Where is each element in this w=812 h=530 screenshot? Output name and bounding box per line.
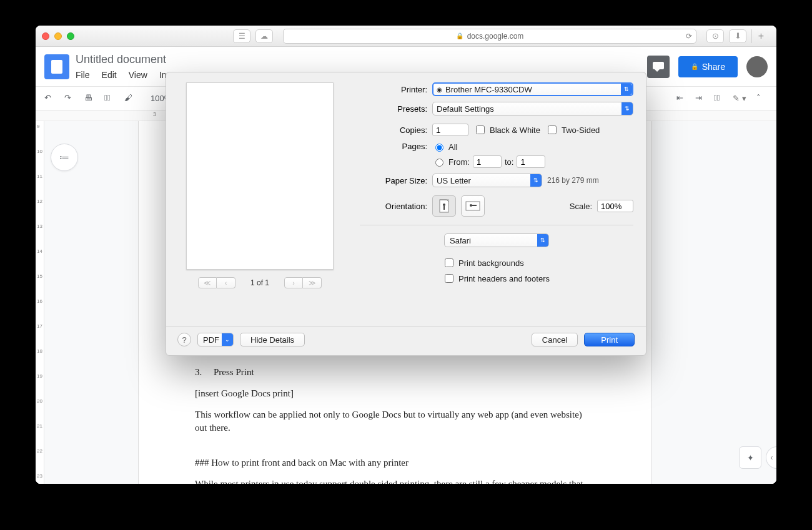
orientation-landscape-button[interactable] xyxy=(461,195,485,217)
svg-rect-2 xyxy=(443,206,445,210)
pages-to-input[interactable] xyxy=(517,155,545,168)
presets-select[interactable]: Default Settings ⇅ xyxy=(432,102,633,115)
print-preview-nav: ≪ ‹ 1 of 1 › ≫ xyxy=(198,277,322,288)
window-controls xyxy=(42,32,74,40)
scale-input[interactable] xyxy=(597,200,633,212)
presets-label: Presets: xyxy=(360,104,427,114)
printer-label: Printer: xyxy=(360,85,427,94)
address-bar[interactable]: 🔒 docs.google.com ⟳ xyxy=(283,29,696,44)
dropdown-arrow-icon: ⇅ xyxy=(621,84,632,95)
print-dialog: ≪ ‹ 1 of 1 › ≫ Printer: ◉ xyxy=(166,72,646,356)
google-docs-app: Untitled document File Edit View Ins 🔒 S… xyxy=(36,47,776,484)
share-label: Share xyxy=(702,62,725,72)
printer-value: Brother MFC-9330CDW xyxy=(445,85,532,94)
paper-dimensions: 216 by 279 mm xyxy=(547,176,599,185)
scale-label: Scale: xyxy=(570,202,592,211)
paper-size-select[interactable]: US Letter ⇅ xyxy=(432,174,542,187)
pages-from-input[interactable] xyxy=(473,155,502,168)
print-preview-page xyxy=(186,82,334,270)
doc-paragraph: [insert Google Docs print] xyxy=(195,387,595,401)
address-text: docs.google.com xyxy=(467,32,524,41)
paint-format-icon[interactable]: 🖌 xyxy=(124,93,136,104)
help-button[interactable]: ? xyxy=(177,333,191,346)
copies-label: Copies: xyxy=(360,125,427,135)
lock-icon: 🔒 xyxy=(691,63,698,70)
safari-extension-button[interactable]: ☰ xyxy=(233,29,250,43)
printer-select[interactable]: ◉ Brother MFC-9330CDW ⇅ xyxy=(432,82,633,96)
document-title[interactable]: Untitled document xyxy=(76,53,171,66)
explore-button[interactable]: ✦ xyxy=(739,446,761,469)
document-outline-button[interactable]: ≔ xyxy=(51,144,78,171)
landscape-icon xyxy=(465,200,481,212)
print-headers-footers-checkbox[interactable]: Print headers and footers xyxy=(442,272,633,285)
print-preview-column: ≪ ‹ 1 of 1 › ≫ xyxy=(179,82,341,322)
preview-next-page-button[interactable]: › xyxy=(284,277,303,288)
redo-icon[interactable]: ↷ xyxy=(64,93,76,104)
printer-status-icon: ◉ xyxy=(437,86,442,93)
undo-icon[interactable]: ↶ xyxy=(44,93,56,104)
preview-last-page-button[interactable]: ≫ xyxy=(303,277,322,288)
svg-rect-0 xyxy=(440,200,448,212)
list-item-3: 3. Press Print xyxy=(195,366,595,380)
doc-paragraph: This workflow can be applied not only to… xyxy=(195,408,595,436)
cancel-button[interactable]: Cancel xyxy=(532,333,578,346)
hide-details-button[interactable]: Hide Details xyxy=(240,333,305,346)
ruler-tick: 3 xyxy=(153,111,156,117)
doc-paragraph: While most printers in use today support… xyxy=(195,478,595,484)
dropdown-arrow-icon: ⌄ xyxy=(222,333,233,346)
black-white-checkbox[interactable]: Black & White xyxy=(473,124,540,136)
dropdown-arrow-icon: ⇅ xyxy=(537,234,548,247)
outdent-icon[interactable]: ⇤ xyxy=(676,93,688,104)
downloads-button[interactable]: ⬇︎ xyxy=(729,29,746,43)
comments-button[interactable] xyxy=(647,56,670,78)
svg-rect-3 xyxy=(466,202,480,210)
menu-view[interactable]: View xyxy=(129,70,147,80)
minimize-window-button xyxy=(54,32,62,40)
spellcheck-icon[interactable]: Ａ̲ xyxy=(104,93,116,104)
pages-range-radio[interactable]: From: to: xyxy=(432,155,545,168)
collapse-toolbar-icon[interactable]: ˄ xyxy=(756,93,768,104)
docs-menubar: File Edit View Ins xyxy=(76,70,171,80)
lock-icon: 🔒 xyxy=(456,32,463,39)
editing-mode-button[interactable]: ✎ ▾ xyxy=(733,92,749,105)
indent-icon[interactable]: ⇥ xyxy=(695,93,706,104)
menu-file[interactable]: File xyxy=(76,70,90,80)
divider xyxy=(360,225,633,225)
icloud-tabs-button[interactable]: ☁︎ xyxy=(255,29,273,43)
svg-point-1 xyxy=(443,204,445,206)
print-button[interactable]: Print xyxy=(584,333,635,346)
paper-size-label: Paper Size: xyxy=(360,176,427,185)
copies-input[interactable] xyxy=(432,124,468,136)
preview-page-indicator: 1 of 1 xyxy=(235,278,284,287)
close-window-button[interactable] xyxy=(42,32,49,40)
app-section-value: Safari xyxy=(450,236,471,245)
print-backgrounds-checkbox[interactable]: Print backgrounds xyxy=(442,257,633,269)
orientation-label: Orientation: xyxy=(360,202,427,211)
preview-first-page-button[interactable]: ≪ xyxy=(198,277,217,288)
share-button[interactable]: 🔒 Share xyxy=(678,56,738,77)
two-sided-checkbox[interactable]: Two-Sided xyxy=(545,124,600,136)
pages-all-radio[interactable]: All xyxy=(432,142,545,152)
browser-window: ☰ ☁︎ 🔒 docs.google.com ⟳ ⊙ ⬇︎ + Untitled… xyxy=(36,26,776,484)
fullscreen-window-button[interactable] xyxy=(67,32,74,40)
new-tab-button[interactable]: + xyxy=(751,29,770,43)
pdf-menu-button[interactable]: PDF ⌄ xyxy=(197,333,234,346)
reload-icon[interactable]: ⟳ xyxy=(686,32,692,41)
orientation-portrait-button[interactable] xyxy=(432,195,456,217)
preview-prev-page-button[interactable]: ‹ xyxy=(217,277,235,288)
menu-edit[interactable]: Edit xyxy=(102,70,117,80)
print-icon[interactable]: 🖶 xyxy=(84,93,96,104)
vertical-ruler: 9 10 11 12 13 14 15 16 17 18 19 20 21 22… xyxy=(36,121,44,484)
svg-point-4 xyxy=(470,204,472,207)
docs-logo-icon[interactable] xyxy=(44,54,69,79)
pages-label: Pages: xyxy=(360,142,427,151)
print-form: Printer: ◉ Brother MFC-9330CDW ⇅ Presets… xyxy=(360,82,633,322)
portrait-icon xyxy=(438,199,450,213)
app-section-select[interactable]: Safari ⇅ xyxy=(444,233,549,247)
svg-rect-5 xyxy=(472,205,477,206)
safari-button-a[interactable]: ⊙ xyxy=(706,29,724,43)
clear-format-icon[interactable]: Ｔ̶ xyxy=(714,93,725,104)
dropdown-arrow-icon: ⇅ xyxy=(621,102,633,115)
account-avatar[interactable] xyxy=(746,56,768,77)
side-panel-toggle[interactable]: ‹ xyxy=(766,446,776,469)
